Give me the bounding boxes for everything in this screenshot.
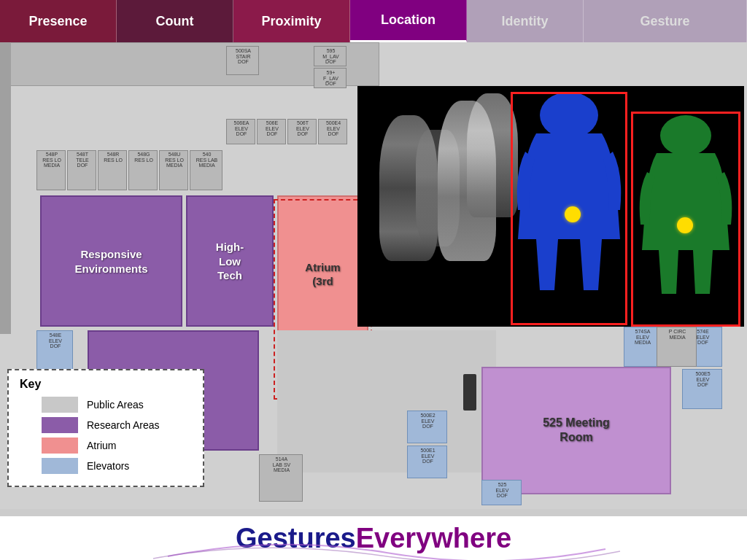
door-indicator — [463, 374, 476, 411]
tab-identity[interactable]: Identity — [467, 0, 584, 42]
room-514a: 514ALAB SVMEDIA — [259, 454, 303, 502]
legend-swatch-research — [42, 417, 78, 433]
legend-title: Key — [20, 378, 192, 391]
title-bar: Gestures Everywhere — [0, 516, 747, 560]
legend-swatch-public — [42, 397, 78, 413]
room-595: 595M_LAVDOF — [314, 46, 347, 66]
tab-presence[interactable]: Presence — [0, 0, 117, 42]
room-525-meeting: 525 MeetingRoom — [481, 367, 671, 494]
legend-label-atrium: Atrium — [87, 440, 116, 451]
room-548u: 548URES LOMEDIA — [159, 150, 188, 190]
room-responsive-environments: ResponsiveEnvironments — [40, 195, 182, 327]
room-548t: 548TTELEDOF — [67, 150, 96, 190]
legend-item-research: Research Areas — [20, 417, 192, 433]
room-548p: 548PRES LOMEDIA — [36, 150, 66, 190]
room-500e2: 500E2ELEVDOF — [407, 411, 447, 443]
tab-count[interactable]: Count — [117, 0, 233, 42]
legend-item-public: Public Areas — [20, 397, 192, 413]
legend-swatch-elevators — [42, 458, 78, 474]
legend-swatch-atrium — [42, 438, 78, 454]
tab-gesture[interactable]: Gesture — [584, 0, 747, 42]
legend-label-public: Public Areas — [87, 399, 144, 411]
room-506t: 506TELEVDOF — [287, 119, 317, 144]
bbox-green-person — [631, 112, 740, 327]
tab-location[interactable]: Location — [350, 0, 467, 42]
legend-item-atrium: Atrium — [20, 438, 192, 454]
room-high-low-tech: High-Low Tech — [186, 195, 274, 327]
room-506ea: 506EAELEVDOF — [226, 119, 255, 144]
room-506e: 506EELEVDOF — [257, 119, 286, 144]
title-swirl-svg — [131, 516, 642, 560]
room-574sa: 574SAELEVMEDIA — [624, 327, 660, 367]
tab-proximity[interactable]: Proximity — [233, 0, 350, 42]
room-548r: 548RRES LO — [98, 150, 127, 190]
room-500e1: 500E1ELEVDOF — [407, 446, 447, 478]
room-500e5: 500E5ELEVDOF — [682, 369, 722, 409]
room-548e: 548EELEVDOF — [36, 330, 73, 370]
room-500e4: 500E4ELEVDOF — [318, 119, 347, 144]
room-pcirc: P CIRCMEDIA — [657, 327, 697, 367]
room-548b: 540RES LABMEDIA — [190, 150, 222, 190]
depth-camera-view — [357, 86, 744, 327]
room-525-elev: 525ELEVDOF — [481, 480, 522, 505]
legend-label-research: Research Areas — [87, 419, 160, 431]
legend: Key Public Areas Research Areas Atrium E… — [7, 369, 204, 487]
navigation-tabs: Presence Count Proximity Location Identi… — [0, 0, 747, 42]
legend-label-elevators: Elevators — [87, 460, 129, 472]
legend-item-elevators: Elevators — [20, 458, 192, 474]
bbox-blue-person — [511, 92, 627, 325]
room-548g: 548GRES LO — [128, 150, 158, 190]
room-500sa: 500SASTAIRDOF — [226, 46, 259, 75]
depth-grayscale-area — [357, 86, 536, 327]
floorplan: 500SASTAIRDOF 595M_LAVDOF 59+F_LAVDOF 50… — [0, 42, 747, 509]
room-59f: 59+F_LAVDOF — [314, 68, 347, 88]
